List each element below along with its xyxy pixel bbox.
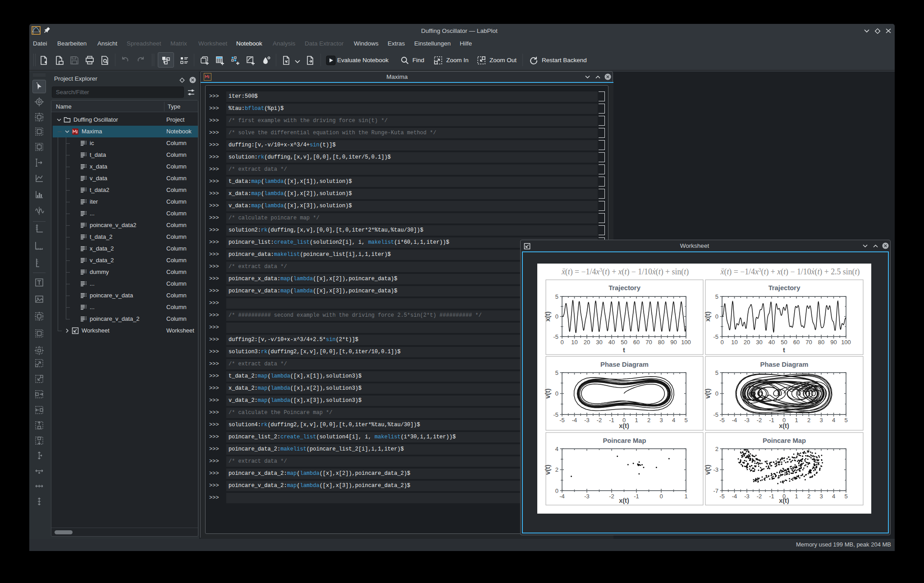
svg-text:Poincare Map: Poincare Map bbox=[603, 437, 646, 444]
svg-text:-3: -3 bbox=[744, 493, 750, 500]
svg-text:5: 5 bbox=[555, 293, 558, 300]
svg-text:0: 0 bbox=[555, 487, 558, 494]
svg-text:-3: -3 bbox=[584, 493, 590, 500]
svg-text:70: 70 bbox=[805, 339, 812, 346]
svg-text:80: 80 bbox=[818, 339, 824, 346]
svg-text:5: 5 bbox=[555, 369, 558, 376]
svg-text:Phase Diagram: Phase Diagram bbox=[760, 361, 809, 368]
svg-text:Trajectory: Trajectory bbox=[768, 284, 801, 292]
svg-text:-4: -4 bbox=[559, 493, 565, 500]
svg-text:-3: -3 bbox=[744, 417, 750, 424]
svg-text:-2: -2 bbox=[757, 417, 762, 424]
svg-text:-4: -4 bbox=[572, 417, 577, 424]
svg-text:5: 5 bbox=[684, 417, 687, 424]
svg-text:-4: -4 bbox=[732, 493, 737, 500]
svg-text:5: 5 bbox=[844, 417, 847, 424]
svg-text:0: 0 bbox=[555, 390, 558, 397]
svg-text:t: t bbox=[783, 346, 785, 354]
svg-text:2: 2 bbox=[715, 446, 718, 452]
svg-text:-5: -5 bbox=[713, 411, 718, 418]
svg-text:0: 0 bbox=[560, 339, 563, 346]
svg-text:-7: -7 bbox=[713, 487, 718, 494]
svg-text:2: 2 bbox=[807, 493, 810, 500]
svg-text:2: 2 bbox=[647, 417, 650, 424]
svg-text:-5: -5 bbox=[553, 411, 558, 418]
svg-text:ẍ(t) = −1/4x3(t) + x(t) − 1/10: ẍ(t) = −1/4x3(t) + x(t) − 1/10ẋ(t) + sin… bbox=[561, 267, 689, 277]
svg-text:20: 20 bbox=[584, 339, 590, 346]
svg-text:0: 0 bbox=[555, 313, 558, 320]
svg-text:0: 0 bbox=[715, 313, 718, 320]
svg-text:v(t): v(t) bbox=[544, 388, 551, 399]
svg-text:20: 20 bbox=[744, 339, 750, 346]
svg-text:Poincare Map: Poincare Map bbox=[763, 437, 806, 444]
svg-text:5: 5 bbox=[715, 369, 718, 376]
svg-text:x(t): x(t) bbox=[544, 311, 551, 322]
svg-text:v(t): v(t) bbox=[544, 465, 551, 475]
svg-text:50: 50 bbox=[621, 339, 627, 346]
svg-text:1: 1 bbox=[684, 493, 687, 500]
svg-text:-1: -1 bbox=[769, 417, 774, 424]
svg-text:-2: -2 bbox=[757, 493, 762, 500]
svg-text:4: 4 bbox=[555, 446, 558, 452]
svg-text:x(t): x(t) bbox=[779, 422, 789, 429]
svg-text:50: 50 bbox=[781, 339, 787, 346]
svg-text:0: 0 bbox=[715, 390, 718, 397]
svg-text:4: 4 bbox=[832, 493, 835, 500]
svg-text:40: 40 bbox=[768, 339, 775, 346]
svg-text:100: 100 bbox=[681, 339, 691, 346]
svg-text:-3: -3 bbox=[713, 466, 718, 473]
svg-text:70: 70 bbox=[645, 339, 652, 346]
svg-text:-5: -5 bbox=[713, 333, 718, 340]
svg-text:90: 90 bbox=[670, 339, 677, 346]
svg-text:Phase Diagram: Phase Diagram bbox=[600, 361, 649, 368]
svg-text:10: 10 bbox=[571, 339, 577, 346]
svg-text:-2: -2 bbox=[597, 417, 602, 424]
svg-text:1: 1 bbox=[795, 493, 798, 500]
svg-text:-5: -5 bbox=[553, 333, 558, 340]
svg-text:100: 100 bbox=[841, 339, 851, 346]
svg-text:-5: -5 bbox=[719, 493, 725, 500]
svg-text:10: 10 bbox=[731, 339, 737, 346]
svg-text:-3: -3 bbox=[584, 417, 590, 424]
svg-text:30: 30 bbox=[756, 339, 762, 346]
svg-text:2: 2 bbox=[555, 466, 558, 473]
svg-text:5: 5 bbox=[844, 493, 847, 500]
svg-text:-5: -5 bbox=[719, 417, 725, 424]
svg-text:-5: -5 bbox=[559, 417, 565, 424]
svg-text:Trajectory: Trajectory bbox=[608, 284, 641, 292]
svg-text:x(t): x(t) bbox=[619, 497, 629, 504]
svg-text:0: 0 bbox=[720, 339, 723, 346]
svg-text:v(t): v(t) bbox=[704, 388, 711, 399]
svg-text:0: 0 bbox=[659, 493, 663, 500]
svg-text:60: 60 bbox=[633, 339, 640, 346]
svg-text:-2: -2 bbox=[609, 493, 614, 500]
svg-text:-1: -1 bbox=[769, 493, 774, 500]
svg-text:4: 4 bbox=[672, 417, 675, 424]
svg-text:-1: -1 bbox=[634, 493, 639, 500]
svg-text:30: 30 bbox=[596, 339, 602, 346]
svg-text:2: 2 bbox=[807, 417, 810, 424]
svg-text:v(t): v(t) bbox=[704, 465, 711, 475]
svg-text:1: 1 bbox=[635, 417, 638, 424]
svg-text:3: 3 bbox=[659, 417, 663, 424]
svg-text:3: 3 bbox=[819, 493, 823, 500]
svg-text:3: 3 bbox=[819, 417, 823, 424]
svg-text:-4: -4 bbox=[732, 417, 737, 424]
svg-text:60: 60 bbox=[793, 339, 800, 346]
svg-text:x(t): x(t) bbox=[619, 422, 629, 429]
svg-text:t: t bbox=[623, 346, 625, 354]
svg-text:5: 5 bbox=[715, 293, 718, 300]
svg-text:x(t): x(t) bbox=[779, 497, 789, 504]
svg-text:90: 90 bbox=[830, 339, 837, 346]
svg-text:40: 40 bbox=[608, 339, 615, 346]
svg-text:ẍ(t) = −1/4x3(t) + x(t) − 1/10: ẍ(t) = −1/4x3(t) + x(t) − 1/10ẋ(t) + 2.5… bbox=[720, 267, 860, 277]
svg-text:1: 1 bbox=[795, 417, 798, 424]
svg-text:-1: -1 bbox=[609, 417, 614, 424]
svg-text:80: 80 bbox=[658, 339, 664, 346]
svg-text:4: 4 bbox=[832, 417, 835, 424]
svg-text:x(t): x(t) bbox=[704, 311, 711, 322]
